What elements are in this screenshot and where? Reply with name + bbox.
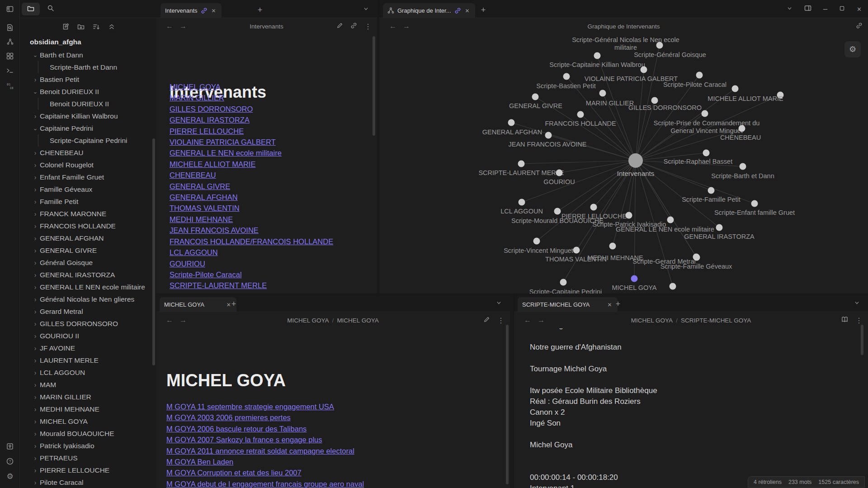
sidebar-toggle-button[interactable] xyxy=(4,3,16,15)
graph-node[interactable] xyxy=(670,283,676,290)
graph-node-selected[interactable] xyxy=(631,275,638,282)
internal-link[interactable]: GILLES DORRONSORO xyxy=(170,104,253,114)
right-sidebar-toggle-icon[interactable] xyxy=(804,5,811,14)
forward-icon[interactable]: → xyxy=(179,316,187,324)
internal-link[interactable]: GOURIOU xyxy=(170,258,205,269)
reading-mode-icon[interactable] xyxy=(841,316,848,325)
tab-list-chevron-icon[interactable] xyxy=(363,5,369,14)
tree-item-gerard-metral[interactable]: ›Gerard Metral xyxy=(20,305,152,317)
internal-link[interactable]: GENERAL IRASTORZA xyxy=(170,114,250,125)
internal-link[interactable]: THOMAS VALENTIN xyxy=(170,203,240,213)
internal-link[interactable]: MEDHI MEHNANE xyxy=(170,214,233,225)
tree-item-medhi-mehnane[interactable]: ›MEDHI MEHNANE xyxy=(20,403,152,415)
tree-item-marin-gillier[interactable]: ›MARIN GILLIER xyxy=(20,391,152,403)
new-tab-button[interactable]: + xyxy=(478,5,489,15)
internal-link[interactable]: FRANCOIS HOLLANDE/FRANCOIS HOLLANDE xyxy=(170,236,333,247)
tree-item-general-givre[interactable]: ›GENERAL GIVRE xyxy=(20,244,152,256)
internal-link[interactable]: PIERRE LELLOUCHE xyxy=(170,126,244,137)
internal-link[interactable]: GENERAL GIVRE xyxy=(170,181,230,192)
graph-node[interactable] xyxy=(560,279,567,286)
tab-intervenants[interactable]: Intervenants ✕ xyxy=(160,3,222,18)
tree-item-capitaine-killian-walbrou[interactable]: ›Capitaine Killian Walbrou xyxy=(20,110,152,122)
graph-settings-button[interactable]: ⚙ xyxy=(844,41,861,57)
new-tab-button[interactable]: + xyxy=(228,298,239,309)
search-tab[interactable] xyxy=(42,3,60,15)
link-icon[interactable] xyxy=(350,22,357,31)
back-icon[interactable]: ← xyxy=(166,316,173,324)
internal-link[interactable]: JEAN FRANCOIS AVOINE xyxy=(170,225,259,236)
close-window-button[interactable]: ✕ xyxy=(857,6,862,13)
graph-node[interactable] xyxy=(532,94,539,100)
breadcrumb-parent[interactable]: MICHEL GOYA xyxy=(631,317,673,324)
graph-hub-node[interactable] xyxy=(628,153,643,168)
collapse-all-button[interactable] xyxy=(106,21,118,33)
internal-link[interactable]: GENERAL AFGHAN xyxy=(170,192,238,203)
graph-node[interactable] xyxy=(518,161,525,167)
internal-link[interactable]: CHENEBEAU xyxy=(170,170,216,180)
pane-scrollbar[interactable] xyxy=(861,325,863,355)
graph-node[interactable] xyxy=(599,90,606,97)
minimize-button[interactable]: – xyxy=(823,5,827,14)
tree-item-scripte-capitaine-pedrini[interactable]: Scripte-Capitaine Pedrini xyxy=(20,134,152,147)
tree-item-general-afghan[interactable]: ›GENERAL AFGHAN xyxy=(20,232,152,244)
backlinks-count[interactable]: 4 rétroliens xyxy=(754,479,782,485)
edit-icon[interactable] xyxy=(336,22,343,31)
tree-item-benoit-durieux-ii[interactable]: ⌄Benoit DURIEUX II xyxy=(20,85,152,98)
graph-node[interactable] xyxy=(641,66,647,73)
tab-graph[interactable]: Graphique de Inter... ✕ xyxy=(383,3,475,18)
tree-item-g-n-ral-goisque[interactable]: ›Général Goisque xyxy=(20,256,152,269)
tree-item-mam[interactable]: ›MAM xyxy=(20,379,152,391)
tree-item-enfant-famille-gruet[interactable]: ›Enfant Famille Gruet xyxy=(20,171,152,183)
tree-item-jf-avoine[interactable]: ›JF AVOINE xyxy=(20,342,152,354)
tree-item-colonel-rougelot[interactable]: ›Colonel Rougelot xyxy=(20,159,152,171)
graph-node[interactable] xyxy=(563,73,570,80)
internal-link[interactable]: MICHELE ALLIOT MARIE xyxy=(170,159,255,170)
graph-node[interactable] xyxy=(751,200,758,207)
breadcrumb-current[interactable]: MICHEL GOYA xyxy=(337,317,378,324)
tree-item-francois-hollande[interactable]: ›FRANCOIS HOLLANDE xyxy=(20,220,152,232)
internal-link[interactable]: M GOYA 11 septembre strategie engagement… xyxy=(166,401,334,412)
graph-canvas[interactable]: Scripte-Général Nicolas le Nen ecolemili… xyxy=(379,34,868,294)
graph-node[interactable] xyxy=(609,243,616,250)
graph-node[interactable] xyxy=(508,119,515,126)
forward-icon[interactable]: → xyxy=(179,22,187,30)
tree-item-petraeus[interactable]: ›PETRAEUS xyxy=(20,452,152,464)
tree-item-laurent-merle[interactable]: ›LAURENT MERLE xyxy=(20,354,152,366)
internal-link[interactable]: Scripte-Capitaine Pedrini xyxy=(170,291,252,294)
back-icon[interactable]: ← xyxy=(389,22,396,30)
breadcrumb-parent[interactable]: MICHEL GOYA xyxy=(287,317,329,324)
more-options-icon[interactable]: ⋮ xyxy=(497,316,505,325)
internal-link[interactable]: MICHEL GOYA xyxy=(170,81,221,92)
tree-item-barth-et-dann[interactable]: ⌄Barth et Dann xyxy=(20,49,152,61)
graph-node[interactable] xyxy=(533,238,540,245)
more-options-icon[interactable]: ⋮ xyxy=(855,316,863,325)
edit-icon[interactable] xyxy=(483,316,490,325)
graph-node[interactable] xyxy=(573,247,580,254)
breadcrumb[interactable]: Intervenants xyxy=(250,23,283,30)
tree-item-g-n-ral-nicolas-le-nen-glieres[interactable]: ›Général Nicolas le Nen glieres xyxy=(20,293,152,305)
tab-group-chevron-icon[interactable] xyxy=(787,5,793,13)
graph-node[interactable] xyxy=(651,97,658,104)
tree-item-lcl-aggoun[interactable]: ›LCL AGGOUN xyxy=(20,366,152,379)
terminal-button[interactable] xyxy=(4,64,16,77)
tree-item-gouriou-ii[interactable]: ›GOURIOU II xyxy=(20,330,152,342)
tree-item-michel-goya[interactable]: ›MICHEL GOYA xyxy=(20,415,152,427)
graph-node[interactable] xyxy=(545,132,552,139)
tree-item-gilles-dorronsoro[interactable]: ›GILLES DORRONSORO xyxy=(20,317,152,330)
tree-item-pilote-caracal[interactable]: ›Pilote Caracal xyxy=(20,476,152,488)
tree-item-famille-petit[interactable]: ›Famille Petit xyxy=(20,195,152,208)
internal-link[interactable]: M GOYA 2006 bascule retour des Talibans xyxy=(166,423,307,434)
new-note-button[interactable] xyxy=(60,21,71,33)
tree-item-mourald-bouaouiche[interactable]: ›Mourald BOUAOUICHE xyxy=(20,427,152,440)
forward-icon[interactable]: → xyxy=(538,316,545,324)
internal-link[interactable]: M GOYA Corruption et etat des lieu 2007 xyxy=(166,467,302,478)
graph-node[interactable] xyxy=(739,125,745,132)
breadcrumb-current[interactable]: SCRIPTE-MICHEL GOYA xyxy=(681,317,751,324)
binary-button[interactable]: 0110 xyxy=(4,80,16,92)
graph-node[interactable] xyxy=(554,208,561,215)
graph-node[interactable] xyxy=(696,72,703,79)
more-options-icon[interactable]: ⋮ xyxy=(364,22,372,31)
graph-node[interactable] xyxy=(702,110,708,117)
tree-item-general-le-nen-ecole-militaire[interactable]: ›GENERAL LE NEN ecole militaire xyxy=(20,281,152,293)
tree-item-scripte-barth-et-dann[interactable]: Scripte-Barth et Dann xyxy=(20,61,152,73)
